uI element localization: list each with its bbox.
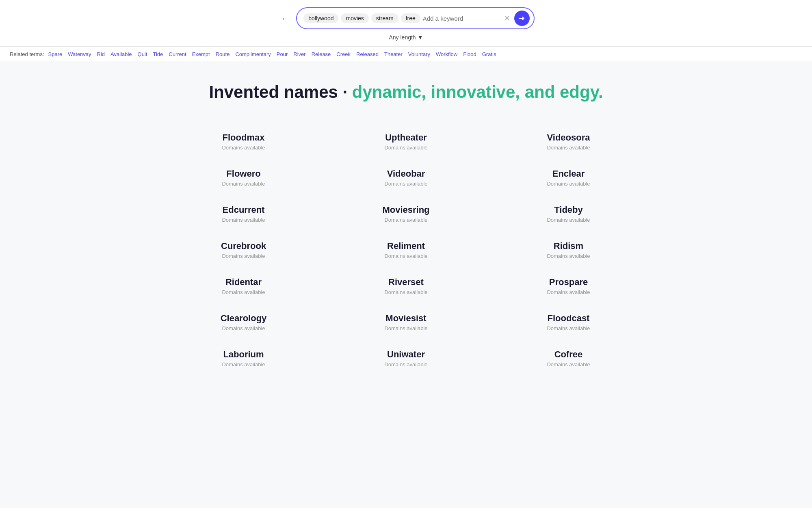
name-text: Videosora bbox=[496, 132, 642, 143]
name-text: Moviesring bbox=[333, 205, 479, 215]
name-text: Videobar bbox=[333, 169, 479, 179]
search-submit-button[interactable]: ➜ bbox=[514, 11, 530, 26]
name-text: Floodmax bbox=[171, 132, 317, 143]
related-term[interactable]: Theater bbox=[384, 51, 403, 57]
related-term[interactable]: Voluntary bbox=[408, 51, 430, 57]
name-item[interactable]: MoviesistDomains available bbox=[325, 304, 487, 340]
keyword-tag-stream[interactable]: stream bbox=[371, 13, 398, 23]
header: ← bollywood movies stream free ✕ ➜ Any l… bbox=[0, 0, 812, 47]
name-text: Laborium bbox=[171, 349, 317, 360]
name-sub: Domains available bbox=[496, 289, 642, 295]
related-term[interactable]: Released bbox=[356, 51, 379, 57]
name-text: Tideby bbox=[496, 205, 642, 215]
length-filter-button[interactable]: Any length ▼ bbox=[389, 34, 423, 41]
name-text: Flowero bbox=[171, 169, 317, 179]
keyword-tag-movies[interactable]: movies bbox=[341, 13, 368, 23]
related-term[interactable]: Spare bbox=[48, 51, 63, 57]
name-item[interactable]: TidebyDomains available bbox=[487, 196, 650, 232]
name-item[interactable]: LaboriumDomains available bbox=[162, 340, 325, 376]
name-item[interactable]: VideobarDomains available bbox=[325, 160, 487, 196]
hero-heading: Invented names · dynamic, innovative, an… bbox=[16, 82, 796, 103]
related-term[interactable]: Tide bbox=[153, 51, 163, 57]
related-term[interactable]: Release bbox=[312, 51, 331, 57]
name-sub: Domains available bbox=[333, 289, 479, 295]
name-item[interactable]: CurebrookDomains available bbox=[162, 232, 325, 268]
name-sub: Domains available bbox=[171, 181, 317, 187]
name-text: Cofree bbox=[496, 349, 642, 360]
name-sub: Domains available bbox=[333, 325, 479, 331]
name-item[interactable]: VideosoraDomains available bbox=[487, 123, 650, 160]
length-filter-row: Any length ▼ bbox=[0, 34, 812, 46]
related-term[interactable]: Gratis bbox=[482, 51, 496, 57]
related-term[interactable]: Exempt bbox=[192, 51, 210, 57]
name-sub: Domains available bbox=[333, 253, 479, 259]
name-item[interactable]: CofreeDomains available bbox=[487, 340, 650, 376]
name-sub: Domains available bbox=[171, 217, 317, 223]
name-item[interactable]: RidismDomains available bbox=[487, 232, 650, 268]
name-item[interactable]: MoviesringDomains available bbox=[325, 196, 487, 232]
name-text: Enclear bbox=[496, 169, 642, 179]
name-sub: Domains available bbox=[496, 217, 642, 223]
name-item[interactable]: FloodmaxDomains available bbox=[162, 123, 325, 160]
name-item[interactable]: RiversetDomains available bbox=[325, 268, 487, 304]
name-item[interactable]: RidentarDomains available bbox=[162, 268, 325, 304]
name-grid: FloodmaxDomains availableUptheaterDomain… bbox=[162, 123, 650, 376]
related-term[interactable]: Current bbox=[169, 51, 186, 57]
name-sub: Domains available bbox=[171, 361, 317, 367]
hero-title-static: Invented names · bbox=[209, 82, 352, 102]
main-content: Invented names · dynamic, innovative, an… bbox=[0, 61, 812, 401]
related-term[interactable]: Workflow bbox=[436, 51, 457, 57]
related-term[interactable]: Quit bbox=[138, 51, 147, 57]
related-term[interactable]: Rid bbox=[97, 51, 105, 57]
name-sub: Domains available bbox=[496, 145, 642, 151]
name-text: Uniwater bbox=[333, 349, 479, 360]
keyword-tag-bollywood[interactable]: bollywood bbox=[303, 13, 338, 23]
related-terms-bar: Related terms: SpareWaterwayRidAvailable… bbox=[0, 47, 812, 61]
search-input[interactable] bbox=[423, 15, 500, 22]
name-text: Curebrook bbox=[171, 241, 317, 251]
name-sub: Domains available bbox=[171, 145, 317, 151]
name-item[interactable]: UniwaterDomains available bbox=[325, 340, 487, 376]
related-term[interactable]: Complimentary bbox=[235, 51, 271, 57]
name-text: Clearology bbox=[171, 313, 317, 324]
name-text: Riverset bbox=[333, 277, 479, 288]
name-item[interactable]: FloodcastDomains available bbox=[487, 304, 650, 340]
name-sub: Domains available bbox=[333, 217, 479, 223]
keyword-tag-free[interactable]: free bbox=[401, 13, 420, 23]
back-button[interactable]: ← bbox=[277, 12, 292, 25]
name-item[interactable]: RelimentDomains available bbox=[325, 232, 487, 268]
hero-title: Invented names · dynamic, innovative, an… bbox=[16, 82, 796, 103]
name-text: Reliment bbox=[333, 241, 479, 251]
related-terms-label: Related terms: bbox=[10, 51, 44, 57]
name-sub: Domains available bbox=[171, 289, 317, 295]
search-bar-row: ← bollywood movies stream free ✕ ➜ bbox=[0, 7, 812, 34]
hero-title-accent: dynamic, innovative, and edgy. bbox=[352, 82, 603, 102]
name-sub: Domains available bbox=[496, 325, 642, 331]
name-item[interactable]: ProspareDomains available bbox=[487, 268, 650, 304]
related-term[interactable]: Creek bbox=[336, 51, 351, 57]
name-text: Prospare bbox=[496, 277, 642, 288]
name-sub: Domains available bbox=[333, 181, 479, 187]
related-term[interactable]: Pour bbox=[277, 51, 288, 57]
name-text: Edcurrent bbox=[171, 205, 317, 215]
name-item[interactable]: FloweroDomains available bbox=[162, 160, 325, 196]
name-sub: Domains available bbox=[171, 253, 317, 259]
related-term[interactable]: River bbox=[293, 51, 305, 57]
related-term[interactable]: Route bbox=[216, 51, 230, 57]
related-term[interactable]: Flood bbox=[463, 51, 476, 57]
related-term[interactable]: Available bbox=[110, 51, 132, 57]
name-item[interactable]: EdcurrentDomains available bbox=[162, 196, 325, 232]
name-text: Floodcast bbox=[496, 313, 642, 324]
name-sub: Domains available bbox=[333, 145, 479, 151]
name-text: Ridentar bbox=[171, 277, 317, 288]
clear-button[interactable]: ✕ bbox=[502, 14, 512, 23]
name-text: Moviesist bbox=[333, 313, 479, 324]
name-item[interactable]: ClearologyDomains available bbox=[162, 304, 325, 340]
chevron-down-icon: ▼ bbox=[418, 34, 423, 41]
related-term[interactable]: Waterway bbox=[68, 51, 91, 57]
name-text: Uptheater bbox=[333, 132, 479, 143]
name-item[interactable]: UptheaterDomains available bbox=[325, 123, 487, 160]
search-box: bollywood movies stream free ✕ ➜ bbox=[296, 7, 535, 29]
name-item[interactable]: EnclearDomains available bbox=[487, 160, 650, 196]
related-terms-container: SpareWaterwayRidAvailableQuitTideCurrent… bbox=[48, 51, 502, 57]
